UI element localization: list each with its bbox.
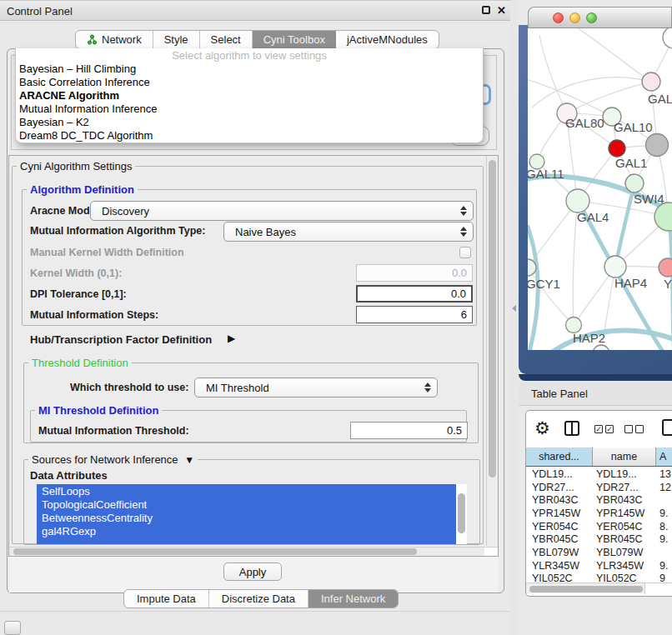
network-canvas[interactable]: GAL GAL80 GAL10 GAL1 GAL11 SWI4 GAL4 GCY… xyxy=(528,28,672,350)
minimize-traffic-light[interactable] xyxy=(569,12,580,23)
table-grid-icon[interactable] xyxy=(662,419,672,436)
dropdown-placeholder: Select algorithm to view settings xyxy=(16,49,483,62)
dropdown-item[interactable]: Basic Correlation Inference xyxy=(16,76,483,89)
tab-style[interactable]: Style xyxy=(153,31,200,48)
dropdown-item[interactable]: Bayesian – Hill Climbing xyxy=(16,62,483,76)
list-item[interactable]: gal4RGexp xyxy=(37,525,456,538)
control-panel-title: Control Panel xyxy=(7,5,73,18)
network-nodes[interactable] xyxy=(528,28,672,350)
tab-label: jActiveMNodules xyxy=(347,33,428,46)
list-item[interactable]: SelfLoops xyxy=(37,485,456,498)
node-swi4[interactable] xyxy=(625,174,644,192)
tab-infer-network[interactable]: Infer Network xyxy=(308,590,398,608)
tab-label: Impute Data xyxy=(137,592,196,605)
tab-jactivemnodules[interactable]: jActiveMNodules xyxy=(336,31,439,48)
table-row[interactable]: YLR345W YLR345W 9. xyxy=(526,559,672,572)
node-gal1-selected[interactable] xyxy=(609,140,625,157)
node-partial-bottom[interactable] xyxy=(593,345,609,350)
kernel-width-field[interactable] xyxy=(356,264,473,282)
table-row[interactable]: YBR043C YBR043C xyxy=(526,493,672,507)
scrollbar-thumb[interactable] xyxy=(13,548,417,555)
tab-label: Cyni Toolbox xyxy=(263,33,325,46)
node-label: Y xyxy=(664,277,672,291)
bottom-tabbar: Impute Data Discretize Data Infer Networ… xyxy=(123,589,399,608)
attributes-scrollbar[interactable] xyxy=(456,484,467,544)
dropdown-item[interactable]: Dream8 DC_TDC Algorithm xyxy=(16,129,483,142)
node-partial-top[interactable] xyxy=(663,28,672,48)
table-panel: ⚙ ✓ ✓ shared... name A YDL19... YDL19...… xyxy=(525,410,672,597)
column-header-name[interactable]: name xyxy=(593,448,656,466)
data-attributes-label: Data Attributes xyxy=(30,469,108,482)
network-node-labels: GAL GAL80 GAL10 GAL1 GAL11 SWI4 GAL4 GCY… xyxy=(528,92,672,345)
sources-group-title: Sources for Network Inference ▼ xyxy=(28,453,198,466)
control-panel-titlebar: Control Panel ✕ xyxy=(0,0,510,21)
bottom-left-mini-button[interactable] xyxy=(4,621,21,635)
network-icon xyxy=(87,34,98,45)
splitter-collapse-icon[interactable] xyxy=(512,305,516,312)
scrollbar-thumb[interactable] xyxy=(489,160,496,478)
mi-steps-field[interactable] xyxy=(356,306,473,323)
dropdown-item[interactable]: Mutual Information Inference xyxy=(16,102,483,116)
mi-threshold-label: Mutual Information Threshold: xyxy=(38,425,189,437)
network-graph: GAL GAL80 GAL10 GAL1 GAL11 SWI4 GAL4 GCY… xyxy=(528,28,672,350)
aracne-mode-combobox[interactable]: Discovery xyxy=(90,201,474,221)
manual-kernel-checkbox[interactable] xyxy=(459,247,471,258)
deselect-all-icon[interactable] xyxy=(624,425,644,433)
scrollbar-thumb[interactable] xyxy=(529,586,643,592)
table-row[interactable]: YPR145W YPR145W 9. xyxy=(526,507,672,520)
gear-icon[interactable]: ⚙ xyxy=(534,419,550,437)
which-threshold-value: MI Threshold xyxy=(195,382,422,394)
mi-type-combobox[interactable]: Naive Bayes xyxy=(223,222,474,242)
node-salmon[interactable] xyxy=(659,258,672,277)
kernel-width-label: Kernel Width (0,1): xyxy=(30,268,122,279)
node-gray[interactable] xyxy=(646,134,669,157)
node-label: GAL80 xyxy=(565,116,604,130)
network-window-titlebar[interactable] xyxy=(528,7,672,28)
list-item[interactable]: TopologicalCoefficient xyxy=(37,498,456,512)
tab-network[interactable]: Network xyxy=(76,31,153,48)
node-hap4[interactable] xyxy=(604,256,626,278)
node-label: GAL11 xyxy=(528,167,564,181)
node-label: GCY1 xyxy=(528,277,560,291)
table-row[interactable]: YER054C YER054C 8. xyxy=(526,520,672,533)
hub-expand-icon[interactable]: ▶ xyxy=(228,332,235,344)
node-gal-top[interactable] xyxy=(642,72,660,91)
column-header-shared-name[interactable]: shared... xyxy=(526,448,593,466)
manual-kernel-label: Manual Kernel Width Definition xyxy=(30,247,184,258)
split-panel-icon[interactable] xyxy=(564,421,579,436)
tab-select[interactable]: Select xyxy=(200,31,253,48)
spinner-arrows-icon xyxy=(458,227,473,237)
tab-label: Network xyxy=(102,33,142,46)
close-window-icon[interactable]: ✕ xyxy=(497,4,506,17)
close-traffic-light[interactable] xyxy=(553,12,564,23)
algorithm-dropdown-list: Select algorithm to view settings Bayesi… xyxy=(15,48,484,143)
sources-collapse-icon[interactable]: ▼ xyxy=(184,454,194,466)
column-header-partial[interactable]: A xyxy=(656,448,672,466)
dropdown-item[interactable]: Bayesian – K2 xyxy=(16,116,483,129)
sources-title-text: Sources for Network Inference xyxy=(32,453,178,466)
panel-splitter[interactable] xyxy=(510,0,519,635)
apply-button[interactable]: Apply xyxy=(223,562,282,581)
tab-cyni-toolbox[interactable]: Cyni Toolbox xyxy=(253,31,336,48)
mi-type-value: Naive Bayes xyxy=(224,226,458,238)
mi-threshold-field[interactable] xyxy=(350,422,468,439)
node-label: GAL10 xyxy=(614,120,653,134)
select-all-icon[interactable]: ✓ ✓ xyxy=(594,425,614,433)
mi-steps-label: Mutual Information Steps: xyxy=(30,309,158,321)
table-row[interactable]: YBR045C YBR045C 9. xyxy=(526,532,672,546)
zoom-traffic-light[interactable] xyxy=(586,12,597,23)
list-item[interactable]: BetweennessCentrality xyxy=(37,512,456,525)
node-gal4[interactable] xyxy=(566,189,589,212)
dropdown-item-selected[interactable]: ARACNE Algorithm xyxy=(16,89,483,102)
table-row[interactable]: YDR27... YDR27... 12 xyxy=(526,481,672,494)
which-threshold-combobox[interactable]: MI Threshold xyxy=(194,378,438,398)
float-window-icon[interactable] xyxy=(482,6,490,14)
aracne-mode-value: Discovery xyxy=(91,205,458,218)
scrollbar-thumb[interactable] xyxy=(458,493,465,533)
dpi-tolerance-field[interactable] xyxy=(356,285,473,302)
tab-discretize-data[interactable]: Discretize Data xyxy=(209,590,308,608)
table-row[interactable]: YBL079W YBL079W xyxy=(526,546,672,559)
tab-impute-data[interactable]: Impute Data xyxy=(124,590,209,608)
table-horizontal-scrollbar[interactable] xyxy=(526,582,672,593)
table-row[interactable]: YDL19... YDL19... 13 xyxy=(526,468,672,481)
